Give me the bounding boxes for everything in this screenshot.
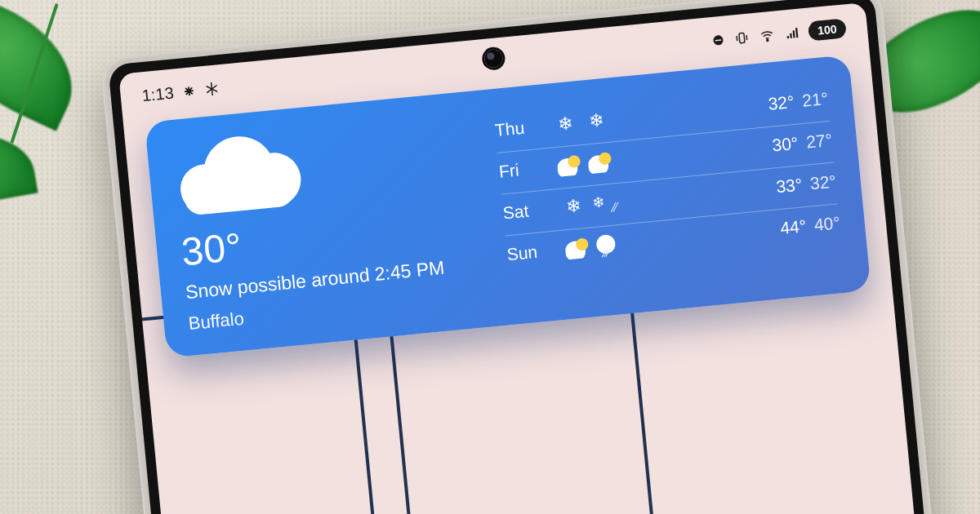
cloud-rain-icon — [595, 233, 621, 257]
snowflake-icon — [204, 81, 220, 97]
forecast-hilo: 33°32° — [775, 171, 836, 197]
cloud-sun-icon — [587, 150, 613, 174]
snow-rain-icon — [591, 192, 617, 215]
svg-rect-2 — [739, 33, 745, 43]
wifi-icon — [757, 28, 777, 44]
snow-icon — [583, 109, 609, 133]
status-time: 1:13 — [141, 83, 175, 105]
snow-icon — [553, 112, 579, 135]
weather-widget[interactable]: 30° Snow possible around 2:45 PM Buffalo… — [145, 55, 871, 358]
phone-frame: 1:13 — [100, 0, 966, 514]
forecast-hilo: 30°27° — [772, 131, 833, 156]
forecast-day-label: Fri — [498, 157, 547, 181]
forecast-high: 30° — [772, 134, 800, 156]
forecast-day-label: Sat — [502, 199, 551, 223]
backdrop-leaf — [0, 121, 38, 215]
forecast-high: 44° — [779, 216, 807, 238]
snow-icon — [560, 195, 586, 219]
forecast-low: 21° — [801, 89, 829, 111]
forecast-list: Thu32°21°Fri30°27°Sat33°32°Sun44°40° — [493, 80, 844, 304]
forecast-hilo: 44°40° — [779, 213, 840, 238]
phone-bezel: 1:13 — [108, 0, 958, 514]
forecast-day-label: Sun — [506, 241, 555, 264]
forecast-icons — [553, 95, 759, 135]
forecast-day-label: Thu — [494, 117, 543, 140]
battery-pill: 100 — [808, 18, 847, 41]
vibrate-icon — [733, 30, 751, 47]
dnd-icon — [710, 32, 727, 48]
cloud-sun-icon — [564, 237, 590, 260]
signal-icon — [783, 25, 801, 42]
photo-backdrop: 1:13 — [0, 0, 980, 514]
forecast-hilo: 32°21° — [768, 89, 829, 114]
svg-point-3 — [767, 39, 768, 41]
backdrop-leaf — [0, 0, 94, 131]
forecast-low: 40° — [813, 213, 841, 235]
phone-screen: 1:13 — [118, 2, 947, 514]
cloud-icon — [171, 131, 300, 220]
forecast-high: 32° — [768, 92, 795, 114]
forecast-low: 27° — [805, 131, 833, 153]
slack-icon — [181, 83, 198, 100]
forecast-high: 33° — [775, 175, 803, 197]
forecast-low: 32° — [809, 171, 837, 193]
cloud-sun-icon — [556, 153, 582, 177]
